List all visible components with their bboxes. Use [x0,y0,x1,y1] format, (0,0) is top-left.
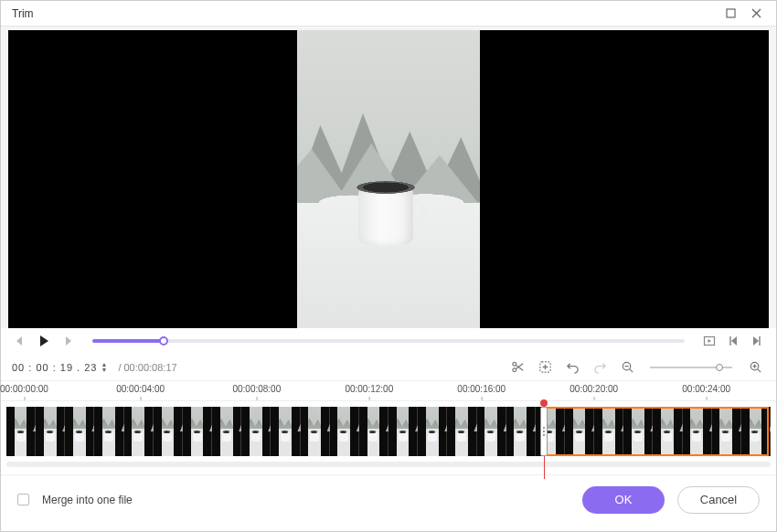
merge-checkbox[interactable] [17,494,29,505]
svg-rect-0 [727,9,735,17]
timecode-toolbar: 00 : 00 : 19 . 23 ▲ ▼ / 00:00:08:17 [1,354,776,381]
timeline-thumbnail [447,407,476,456]
ruler-tick: 00:00:00:00 [0,384,48,394]
timeline-thumbnail [388,407,418,456]
video-canvas[interactable] [8,30,769,328]
timeline-thumbnail [653,407,682,456]
timeline-thumbnail [94,407,123,456]
ruler-tick: 00:00:12:00 [345,384,393,394]
timeline-thumbnail [36,407,65,456]
timeline-thumbnail [623,407,653,456]
progress-fill [92,339,164,343]
progress-bar[interactable] [92,339,685,343]
timeline-ruler[interactable]: 00:00:00:0000:00:04:0000:00:08:0000:00:1… [1,381,776,401]
timeline-thumbnail [154,407,183,456]
timeline-thumbnail [683,407,712,456]
go-start-button[interactable] [725,333,741,349]
close-icon [751,8,761,18]
play-button[interactable] [36,333,52,349]
timeline-thumbnail [241,407,271,456]
playback-bar [1,328,776,354]
timeline-thumbnail [594,407,623,456]
window-title: Trim [8,7,718,20]
zoom-out-button[interactable] [617,357,637,378]
zoom-in-button[interactable] [745,357,765,378]
ok-button[interactable]: OK [582,486,665,514]
video-frame-portrait [297,30,480,328]
timeline-thumbnail [212,407,241,456]
timeline-thumbnail [6,407,36,456]
timeline-thumbnail [183,407,212,456]
timeline-thumbnail [565,407,594,456]
step-down-icon[interactable]: ▼ [101,367,107,373]
timeline-thumbnail [477,407,506,456]
zoom-slider[interactable] [650,367,732,368]
scissors-icon [511,360,525,374]
add-icon [538,360,552,374]
progress-knob[interactable] [159,336,168,346]
timeline-thumbnail [330,407,359,456]
ruler-tick: 00:00:04:00 [116,384,165,394]
duration-label: / 00:00:08:17 [118,362,176,373]
timeline-thumbnail [418,407,447,456]
ruler-tick: 00:00:24:00 [682,384,730,394]
close-button[interactable] [743,1,769,27]
preview-area [1,27,776,328]
ruler-tick: 00:00:08:00 [232,384,281,394]
timecode-input[interactable]: 00 : 00 : 19 . 23 ▲ ▼ [12,362,107,373]
titlebar: Trim [1,1,776,27]
timecode-stepper[interactable]: ▲ ▼ [101,362,107,373]
timeline-thumbnail [712,407,741,456]
undo-button[interactable] [562,357,582,378]
next-frame-button[interactable] [59,333,76,349]
undo-icon [566,360,580,374]
ruler-tick: 00:00:20:00 [569,384,618,394]
trim-window: Trim [0,0,777,532]
zoom-knob[interactable] [716,364,723,371]
ruler-tick: 00:00:16:00 [457,384,506,394]
cut-button[interactable] [507,357,527,378]
maximize-icon [726,8,736,18]
footer: Merge into one file OK Cancel [1,474,776,524]
timeline-thumbnail [124,407,154,456]
redo-button[interactable] [590,357,610,378]
maximize-button[interactable] [718,1,743,27]
video-content-mug [353,181,424,245]
timeline-track[interactable] [6,407,771,456]
timeline-thumbnail [301,407,330,456]
timeline-thumbnail [359,407,388,456]
fullscreen-preview-button[interactable] [701,333,718,349]
prev-frame-button[interactable] [12,333,28,349]
trim-handle-left[interactable] [540,407,548,456]
redo-icon [593,360,607,374]
timeline-track-area [1,401,776,474]
timeline-thumbnail [65,407,94,456]
merge-checkbox-label: Merge into one file [42,494,133,506]
cancel-button[interactable]: Cancel [677,486,760,514]
add-segment-button[interactable] [535,357,555,378]
timeline-thumbnail [271,407,300,456]
timeline-thumbnail [741,407,771,456]
timeline-thumbnail [506,407,536,456]
zoom-out-icon [621,360,634,374]
timeline-scrollbar[interactable] [6,462,771,467]
zoom-in-icon [749,360,762,374]
go-end-button[interactable] [749,333,765,349]
timecode-value: 00 : 00 : 19 . 23 [12,362,97,373]
